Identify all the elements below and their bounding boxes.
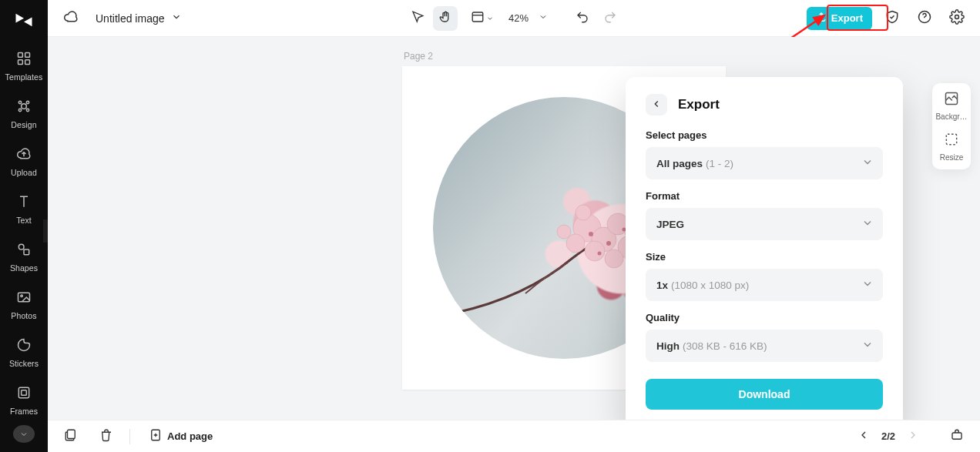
- add-page-button[interactable]: Add page: [141, 424, 220, 449]
- chevron-down-icon: [171, 12, 182, 25]
- export-panel: Export Select pages All pages (1 - 2) Fo…: [626, 77, 903, 430]
- export-panel-title: Export: [678, 97, 720, 112]
- sidebar-item-label: Upload: [11, 168, 37, 177]
- export-button-label: Export: [831, 12, 863, 24]
- layout-icon: [471, 10, 485, 26]
- sidebar-item-frames[interactable]: Frames: [0, 377, 48, 425]
- sidebar-item-upload[interactable]: Upload: [0, 139, 48, 186]
- svg-rect-2: [18, 60, 23, 65]
- delete-page-button[interactable]: [94, 424, 119, 449]
- top-toolbar: Untitled image 42% Export: [48, 0, 980, 37]
- help-button[interactable]: [912, 6, 937, 31]
- stickers-icon: [16, 337, 32, 356]
- shield-button[interactable]: [880, 6, 904, 31]
- text-icon: [16, 194, 32, 213]
- sidebar-item-design[interactable]: Design: [0, 91, 48, 139]
- prev-page-button[interactable]: [854, 427, 874, 447]
- settings-button[interactable]: [945, 6, 969, 31]
- svg-point-17: [955, 15, 959, 19]
- gear-icon: [949, 9, 965, 27]
- select-pages-label: Select pages: [646, 129, 883, 141]
- chevron-down-icon: [861, 278, 874, 293]
- size-hint: (1080 x 1080 px): [671, 280, 749, 291]
- export-button[interactable]: Export: [807, 7, 872, 30]
- layout-menu-button[interactable]: [470, 6, 495, 31]
- resize-icon: [944, 132, 959, 150]
- shield-check-icon: [884, 9, 900, 27]
- tool-label: Resize: [940, 153, 964, 162]
- hand-tool-button[interactable]: [433, 6, 458, 31]
- svg-rect-3: [25, 60, 30, 65]
- export-icon: [816, 12, 827, 25]
- undo-button[interactable]: [570, 6, 595, 31]
- resize-tool[interactable]: Resize: [940, 132, 964, 162]
- app-logo: [0, 8, 48, 32]
- quality-label: Quality: [646, 312, 883, 323]
- add-page-label: Add page: [167, 430, 213, 442]
- present-icon: [950, 428, 964, 444]
- svg-point-6: [26, 102, 29, 104]
- quality-hint: (308 KB - 616 KB): [683, 340, 767, 352]
- document-title[interactable]: Untitled image: [96, 12, 182, 25]
- profile-avatar[interactable]: [13, 425, 35, 443]
- present-button[interactable]: [945, 424, 969, 449]
- svg-point-8: [26, 109, 29, 112]
- size-dropdown[interactable]: 1x (1080 x 1080 px): [646, 269, 883, 301]
- select-pages-value: All pages: [656, 158, 703, 169]
- chevron-down-icon: [861, 339, 874, 353]
- svg-rect-37: [68, 430, 76, 438]
- sidebar-item-label: Stickers: [9, 359, 39, 368]
- sidebar-item-stickers[interactable]: Stickers: [0, 330, 48, 377]
- svg-point-7: [18, 109, 21, 112]
- add-page-icon: [149, 428, 163, 444]
- svg-point-9: [18, 245, 24, 250]
- size-label: Size: [646, 251, 883, 263]
- size-value: 1x: [656, 280, 668, 291]
- pages-icon: [64, 428, 78, 444]
- sidebar-item-text[interactable]: Text: [0, 186, 48, 234]
- svg-rect-14: [22, 390, 27, 396]
- export-back-button[interactable]: [646, 94, 667, 116]
- svg-rect-10: [24, 249, 29, 255]
- select-tool-button[interactable]: [405, 6, 430, 31]
- sidebar-item-label: Shapes: [10, 263, 38, 273]
- sidebar-item-shapes[interactable]: Shapes: [0, 234, 48, 282]
- svg-rect-13: [18, 388, 29, 398]
- canvas-area[interactable]: Page 2 Backgr…: [48, 37, 980, 420]
- tool-label: Backgr…: [935, 112, 967, 121]
- background-tool[interactable]: Backgr…: [935, 91, 967, 121]
- page-counter: 2/2: [881, 430, 895, 442]
- redo-button[interactable]: [598, 6, 623, 31]
- format-dropdown[interactable]: JPEG: [646, 208, 883, 240]
- chevron-down-icon: [861, 156, 874, 171]
- chevron-left-icon: [651, 99, 662, 112]
- sidebar-item-label: Design: [11, 120, 36, 129]
- document-title-text: Untitled image: [96, 12, 165, 25]
- download-button[interactable]: Download: [646, 379, 883, 410]
- svg-rect-39: [952, 433, 962, 439]
- chevron-left-icon: [858, 429, 870, 444]
- right-tools-panel: Backgr… Resize: [932, 83, 971, 169]
- sidebar-item-templates[interactable]: Templates: [0, 43, 48, 91]
- pages-list-button[interactable]: [59, 424, 83, 449]
- redo-icon: [603, 10, 617, 26]
- next-page-button[interactable]: [903, 427, 923, 447]
- zoom-menu-button[interactable]: [535, 6, 552, 31]
- sidebar-item-label: Text: [16, 216, 32, 225]
- format-label: Format: [646, 190, 883, 202]
- help-icon: [917, 9, 932, 27]
- bottom-bar: Add page 2/2: [48, 420, 980, 452]
- quality-value: High: [656, 340, 680, 352]
- select-pages-hint: (1 - 2): [706, 158, 733, 169]
- sidebar-item-photos[interactable]: Photos: [0, 282, 48, 330]
- sidebar-item-label: Templates: [5, 72, 43, 82]
- select-pages-dropdown[interactable]: All pages (1 - 2): [646, 147, 883, 179]
- undo-icon: [576, 10, 589, 26]
- quality-dropdown[interactable]: High (308 KB - 616 KB): [646, 330, 883, 362]
- frames-icon: [16, 385, 32, 403]
- left-sidebar: Templates Design Upload Text Shapes Phot…: [0, 0, 48, 452]
- cloud-sync-button[interactable]: [59, 6, 83, 31]
- chevron-down-icon: [539, 12, 548, 24]
- hand-icon: [438, 10, 452, 26]
- photos-icon: [16, 290, 32, 308]
